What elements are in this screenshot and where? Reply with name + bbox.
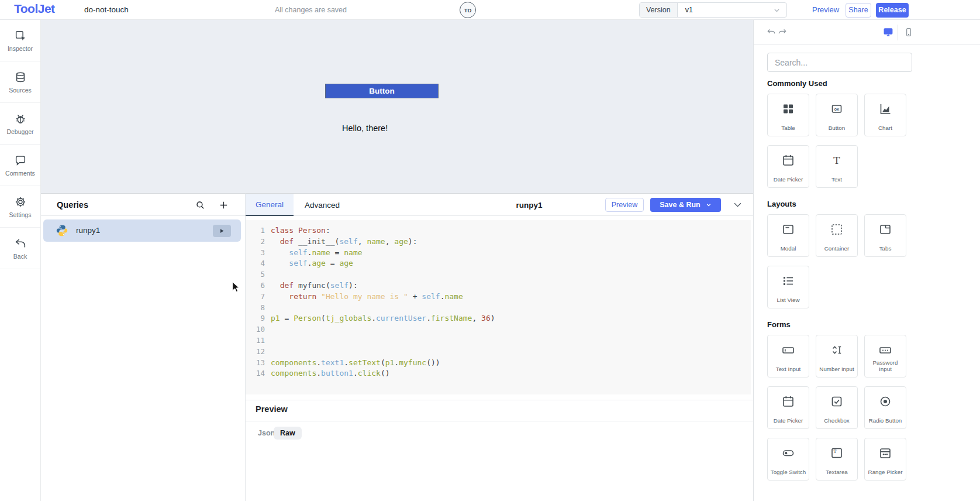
text-input-icon	[781, 343, 795, 357]
code-text: p1 = Person(tj_globals.currentUser.first…	[271, 313, 495, 324]
sidebar-item-label: Back	[13, 253, 27, 260]
sidebar-item-comments[interactable]: Comments	[0, 145, 40, 186]
search-icon[interactable]	[195, 200, 205, 210]
date-picker-icon	[781, 394, 795, 409]
app-preview-link[interactable]: Preview	[812, 5, 839, 14]
widget-card-label: Text Input	[774, 366, 802, 373]
widget-card-label: Number Input	[817, 366, 855, 373]
tab-general[interactable]: General	[246, 194, 294, 216]
line-number: 5	[246, 269, 265, 280]
code-line: 13components.text1.setText(p1.myfunc())	[246, 358, 751, 369]
avatar[interactable]: TD	[460, 2, 476, 18]
query-editor-tabbar: General Advanced runpy1 Preview Save & R…	[246, 194, 753, 216]
sidebar-item-back[interactable]: Back	[0, 228, 40, 269]
sidebar-item-label: Inspector	[8, 45, 33, 52]
line-number: 3	[246, 248, 265, 259]
widget-card-container[interactable]: Container	[816, 214, 858, 257]
code-text: components.text1.setText(p1.myfunc())	[271, 358, 440, 369]
sidebar-item-debugger[interactable]: Debugger	[0, 103, 40, 145]
line-number: 8	[246, 303, 265, 314]
tabs-icon	[878, 222, 892, 236]
version-value: v1	[678, 3, 773, 17]
widget-card-date-picker[interactable]: Date Picker	[767, 145, 809, 188]
widget-card-label: Button	[827, 125, 847, 132]
widget-card-label: Textarea	[824, 469, 850, 476]
release-button[interactable]: Release	[876, 3, 909, 18]
code-text: return "Hello my name is " + self.name	[271, 291, 463, 303]
code-text: components.button1.click()	[271, 368, 390, 379]
back-icon	[14, 237, 27, 250]
widget-card-textarea[interactable]: TTextarea	[816, 438, 858, 481]
canvas-text-widget[interactable]: Hello, there!	[342, 123, 388, 133]
widget-card-button[interactable]: OKButton	[816, 94, 858, 136]
sources-icon	[14, 71, 27, 84]
preview-section-title: Preview	[256, 404, 288, 414]
widget-card-checkbox[interactable]: Checkbox	[816, 386, 858, 429]
widget-grid: TableOKButtonChartDate PickerTText	[767, 94, 906, 188]
save-and-run-button[interactable]: Save & Run	[650, 198, 721, 212]
line-number: 14	[246, 368, 265, 379]
line-number: 1	[246, 225, 265, 236]
widget-search-input[interactable]	[767, 53, 912, 72]
preview-tab-raw[interactable]: Raw	[274, 427, 302, 440]
widget-card-tabs[interactable]: Tabs	[864, 214, 906, 257]
widget-card-number-input[interactable]: Number Input	[816, 335, 858, 378]
widget-sections: Commonly UsedTableOKButtonChartDate Pick…	[767, 79, 980, 481]
widget-card-label: Text	[830, 176, 844, 183]
svg-text:T: T	[833, 449, 836, 454]
version-selector[interactable]: Version v1	[639, 2, 787, 18]
widget-card-password-input[interactable]: Password Input	[864, 335, 906, 378]
widget-card-radio-button[interactable]: Radio Button	[864, 386, 906, 429]
debugger-icon	[14, 112, 27, 125]
widget-card-label: Toggle Switch	[769, 469, 808, 476]
text-icon: T	[830, 153, 844, 167]
save-status: All changes are saved	[275, 6, 347, 14]
code-text: class Person:	[271, 225, 330, 236]
canvas-button-widget[interactable]: Button	[325, 84, 439, 98]
query-name: runpy1	[76, 226, 100, 235]
app-name[interactable]: do-not-touch	[84, 5, 129, 14]
modal-icon	[781, 222, 795, 236]
widget-card-text[interactable]: TText	[816, 145, 858, 188]
widget-card-label: Table	[779, 125, 796, 132]
widget-card-chart[interactable]: Chart	[864, 94, 906, 136]
widget-card-list-view[interactable]: List View	[767, 266, 809, 308]
collapse-panel-icon[interactable]	[732, 200, 743, 210]
line-number: 2	[246, 236, 265, 248]
widget-card-text-input[interactable]: Text Input	[767, 335, 809, 378]
query-editor-title: runpy1	[500, 194, 558, 216]
add-query-icon[interactable]	[219, 200, 229, 210]
tab-advanced[interactable]: Advanced	[294, 194, 351, 216]
undo-icon[interactable]	[767, 28, 776, 37]
query-preview-button[interactable]: Preview	[605, 198, 644, 212]
code-editor[interactable]: 1class Person:2 def __init__(self, name,…	[246, 220, 751, 394]
code-line: 14components.button1.click()	[246, 368, 751, 379]
tooljet-logo[interactable]: ToolJet	[14, 2, 55, 16]
query-list-item[interactable]: runpy1	[43, 219, 241, 242]
widget-card-label: Tabs	[878, 245, 893, 252]
widget-card-table[interactable]: Table	[767, 94, 809, 136]
code-line: 5	[246, 269, 751, 280]
widget-card-label: Container	[823, 245, 851, 252]
widget-card-toggle-switch[interactable]: Toggle Switch	[767, 438, 809, 481]
widget-card-label: Radio Button	[867, 417, 904, 424]
code-line: 7 return "Hello my name is " + self.name	[246, 291, 751, 303]
widget-card-range-picker[interactable]: Range Picker	[864, 438, 906, 481]
code-text: def __init__(self, name, age):	[271, 236, 417, 248]
desktop-layout-icon[interactable]	[883, 27, 893, 37]
share-button[interactable]: Share	[846, 3, 871, 18]
run-query-button[interactable]	[213, 225, 231, 237]
chevron-down-icon	[773, 3, 786, 17]
widget-card-label: Chart	[877, 125, 894, 132]
widget-card-modal[interactable]: Modal	[767, 214, 809, 257]
widget-panel-content: Commonly UsedTableOKButtonChartDate Pick…	[754, 45, 980, 481]
sidebar-item-sources[interactable]: Sources	[0, 61, 40, 103]
queries-header: Queries	[41, 194, 245, 216]
widget-card-date-picker[interactable]: Date Picker	[767, 386, 809, 429]
mobile-layout-icon[interactable]	[904, 27, 913, 37]
redo-icon[interactable]	[778, 28, 787, 37]
sidebar-item-settings[interactable]: Settings	[0, 186, 40, 228]
sidebar-item-inspector[interactable]: Inspector	[0, 20, 40, 61]
divider	[898, 25, 898, 40]
app-canvas[interactable]: Button Hello, there!	[41, 20, 753, 193]
